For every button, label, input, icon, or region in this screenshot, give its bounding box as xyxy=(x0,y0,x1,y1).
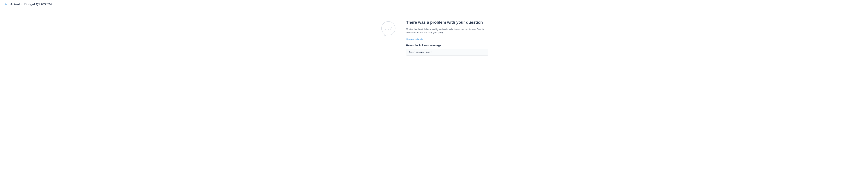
question-bubble-icon: …? xyxy=(380,20,397,56)
error-title: There was a problem with your question xyxy=(406,20,488,25)
error-content: …? There was a problem with your questio… xyxy=(324,9,544,56)
page-title: Actual to Budget Q1 FY2024 xyxy=(10,3,52,6)
svg-text:…?: …? xyxy=(385,26,392,31)
hide-error-details-link[interactable]: Hide error details xyxy=(406,38,423,41)
back-arrow-icon[interactable] xyxy=(4,3,7,6)
error-description: Most of the time this is caused by an in… xyxy=(406,28,488,34)
header: Actual to Budget Q1 FY2024 xyxy=(0,0,868,9)
full-error-heading: Here's the full error message xyxy=(406,44,488,47)
error-message-box: Error running query xyxy=(406,49,488,56)
error-panel: There was a problem with your question M… xyxy=(406,20,488,56)
